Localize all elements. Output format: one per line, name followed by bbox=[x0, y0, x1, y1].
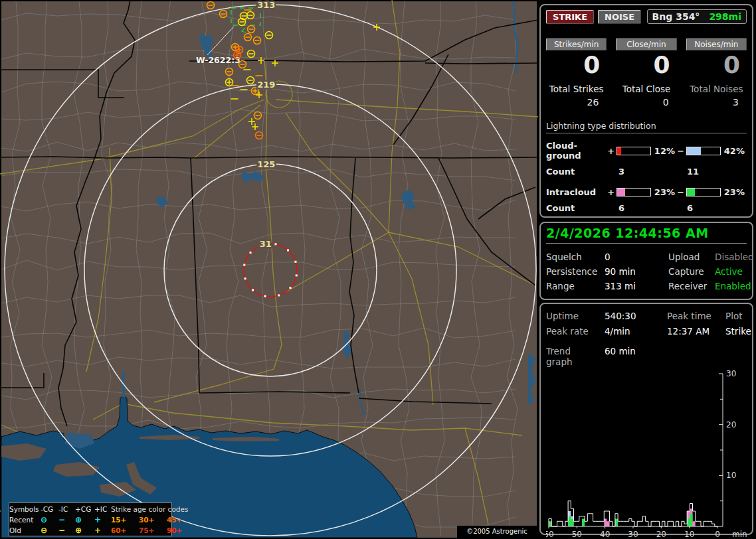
legend-header-nic: -IC bbox=[58, 505, 75, 513]
total-close-value: 0 bbox=[616, 97, 676, 108]
squelch-label: Squelch bbox=[546, 252, 605, 262]
persistence-label: Persistence bbox=[546, 266, 605, 277]
cloud-ground-row: Cloud-ground + 12% − 42% bbox=[546, 141, 747, 161]
strikes-per-min-value: 0 bbox=[546, 52, 607, 78]
cg-minus-bar bbox=[686, 147, 720, 155]
age-30: 30+ bbox=[139, 516, 167, 524]
ic-minus-bar bbox=[686, 188, 720, 196]
cg-minus-pct: 42% bbox=[723, 146, 747, 156]
x-tick-label: 0 bbox=[715, 530, 720, 539]
peak-rate-label: Peak rate bbox=[546, 326, 605, 337]
x-tick-label: 10 bbox=[684, 530, 694, 539]
legend-row-old-label: Old bbox=[9, 526, 41, 534]
recent-neg-ic-icon: − bbox=[58, 516, 75, 523]
legend-age-title: Strike age color codes bbox=[111, 505, 195, 513]
age-60: 60+ bbox=[111, 526, 139, 534]
close-ring-dot bbox=[244, 277, 246, 279]
recent-pos-ic-icon: + bbox=[94, 516, 111, 523]
squelch-value: 0 bbox=[605, 252, 668, 262]
cloud-ground-count-row: Count 3 11 bbox=[546, 167, 747, 177]
recent-pos-cg-icon: ⊕ bbox=[75, 516, 94, 523]
bearing-readout: Bng 354° 298mi bbox=[647, 9, 747, 24]
lightning-map[interactable]: W-2622:331321912531 Symbols -CG -IC +CG … bbox=[0, 0, 538, 539]
status-panel: 2/4/2026 12:44:56 AM Squelch 0 Upload Di… bbox=[539, 222, 753, 300]
recent-neg-cg-icon: ⊖ bbox=[41, 516, 58, 523]
x-axis-unit: min bbox=[732, 530, 747, 539]
receiver-status: Enabled bbox=[715, 281, 754, 291]
x-tick-label: 60 bbox=[546, 530, 554, 539]
upload-status: Disabled bbox=[715, 252, 754, 262]
plot-mode-value: Strike bbox=[725, 326, 751, 337]
close-per-min-value: 0 bbox=[616, 52, 676, 78]
old-neg-cg-icon: ⊖ bbox=[41, 527, 58, 534]
cg-count-label: Count bbox=[546, 167, 618, 177]
uptime-value: 540:30 bbox=[605, 311, 667, 321]
old-pos-ic-icon: + bbox=[94, 527, 111, 534]
copyright-text: ©2005 Astrogenic Systems bbox=[457, 526, 537, 538]
ic-plus-pct: 23% bbox=[653, 187, 677, 197]
strike-stats-panel: STRIKE NOISE Bng 354° 298mi Strikes/min … bbox=[539, 4, 753, 218]
cg-plus-count: 3 bbox=[618, 167, 687, 177]
close-ring-dot bbox=[278, 294, 280, 296]
x-tick-label: 30 bbox=[628, 530, 638, 539]
ic-count-label: Count bbox=[546, 203, 618, 213]
trend-series-ic_minus bbox=[549, 514, 717, 526]
range-value: 313 mi bbox=[605, 281, 668, 291]
distribution-title: Lightning type distribution bbox=[546, 121, 747, 133]
legend-header-ncg: -CG bbox=[41, 505, 58, 513]
close-ring-dot bbox=[264, 295, 266, 297]
capture-label: Capture bbox=[668, 266, 715, 277]
peak-time-label: Peak time bbox=[667, 311, 725, 321]
trend-panel: Uptime 540:30 Peak time Plot Peak rate 4… bbox=[539, 303, 753, 535]
old-neg-ic-icon: − bbox=[58, 527, 75, 534]
cg-minus-count: 11 bbox=[687, 167, 699, 177]
minus-sign: − bbox=[677, 146, 684, 156]
y-tick-label: 30 bbox=[726, 369, 736, 378]
legend-header-pic: +IC bbox=[94, 505, 111, 513]
close-ring-dot bbox=[296, 274, 298, 276]
total-noises-value: 3 bbox=[686, 97, 747, 108]
bearing-value: Bng 354° bbox=[652, 11, 700, 22]
noise-toggle-button[interactable]: NOISE bbox=[598, 10, 641, 24]
close-ring-dot bbox=[250, 252, 252, 254]
close-ring-dot bbox=[243, 264, 245, 266]
distance-value: 298mi bbox=[709, 11, 741, 22]
total-strikes-value: 26 bbox=[546, 97, 607, 108]
ring-label-125: 125 bbox=[257, 159, 275, 169]
strike-toggle-button[interactable]: STRIKE bbox=[546, 10, 594, 24]
plot-label: Plot bbox=[725, 311, 751, 321]
age-15: 15+ bbox=[111, 516, 139, 524]
cg-plus-bar bbox=[616, 147, 650, 155]
noises-per-min-chip[interactable]: Noises/min bbox=[686, 38, 747, 50]
capture-status: Active bbox=[715, 266, 754, 277]
persistence-value: 90 min bbox=[605, 266, 668, 277]
range-label: Range bbox=[546, 281, 605, 291]
x-tick-label: 50 bbox=[572, 530, 582, 539]
minus-sign: − bbox=[677, 187, 684, 197]
ic-minus-count: 6 bbox=[687, 203, 693, 213]
map-canvas: W-2622:331321912531 bbox=[0, 0, 538, 539]
strikes-per-min-chip[interactable]: Strikes/min bbox=[546, 38, 607, 50]
peak-rate-value: 4/min bbox=[605, 326, 667, 337]
old-pos-cg-icon: ⊕ bbox=[75, 527, 94, 534]
age-75: 75+ bbox=[139, 526, 167, 534]
state-border-9 bbox=[425, 63, 538, 64]
upload-label: Upload bbox=[668, 252, 715, 262]
total-strikes-label: Total Strikes bbox=[546, 84, 607, 94]
noises-per-min-value: 0 bbox=[686, 52, 747, 78]
app-window: { "header": {"strike_btn":"STRIKE","nois… bbox=[0, 0, 756, 539]
intracloud-label: Intracloud bbox=[546, 187, 607, 197]
ic-plus-count: 6 bbox=[618, 203, 687, 213]
close-per-min-chip[interactable]: Close/min bbox=[616, 38, 676, 50]
close-ring-dot bbox=[274, 243, 276, 245]
close-ring-dot bbox=[294, 261, 296, 263]
cg-plus-pct: 12% bbox=[653, 146, 677, 156]
trend-graph: 1020306050403020100min bbox=[546, 368, 747, 539]
plus-sign: + bbox=[607, 146, 614, 156]
trend-window-value: 60 min bbox=[605, 346, 636, 367]
y-tick-label: 10 bbox=[726, 471, 736, 480]
close-ring-dot bbox=[287, 250, 289, 252]
close-ring-dot bbox=[252, 289, 254, 291]
uptime-label: Uptime bbox=[546, 311, 605, 321]
legend-header-symbols: Symbols bbox=[9, 505, 41, 513]
